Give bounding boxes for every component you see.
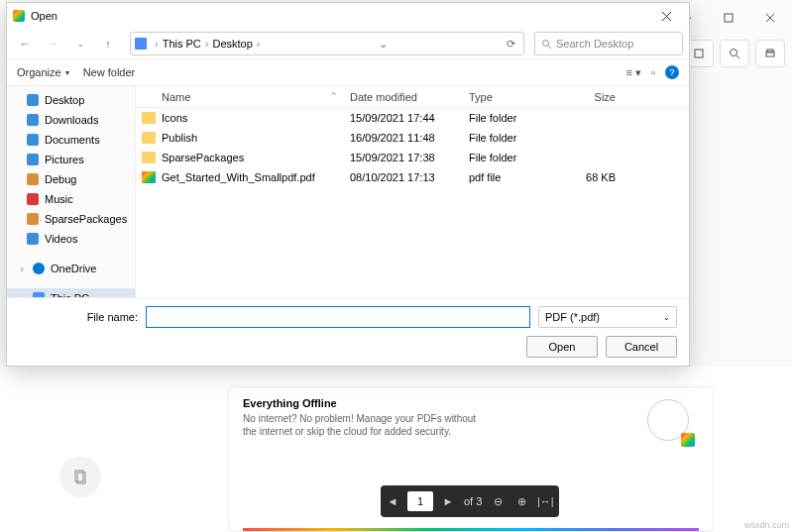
- prev-page-button[interactable]: ◄: [381, 489, 404, 513]
- file-row[interactable]: Publish16/09/2021 11:48File folder: [136, 128, 689, 148]
- crumb-folder[interactable]: Desktop: [212, 38, 252, 50]
- next-page-button[interactable]: ►: [436, 489, 460, 513]
- card-title: Everything Offline: [243, 397, 699, 409]
- file-type: File folder: [463, 112, 552, 124]
- cancel-button[interactable]: Cancel: [606, 336, 677, 358]
- dialog-toolbar: Organize▾ New folder ≡ ▾ ▫ ?: [7, 58, 689, 86]
- pdf-reader-bar: ◄ 1 ► of 3 ⊖ ⊕ |↔|: [381, 485, 559, 517]
- folder-icon: [27, 134, 39, 146]
- file-row[interactable]: Icons15/09/2021 17:44File folder: [136, 108, 689, 128]
- file-row[interactable]: SparsePackages15/09/2021 17:38File folde…: [136, 148, 689, 167]
- open-file-dialog: Open ← → ⌄ ↑ › This PC › Desktop › ⌄ ⟳ S…: [6, 2, 690, 367]
- folder-icon: [142, 112, 156, 124]
- sidebar-item-downloads[interactable]: Downloads: [7, 110, 135, 130]
- sidebar-item-label: Videos: [45, 233, 77, 245]
- sidebar-item-videos[interactable]: Videos: [7, 229, 135, 249]
- col-name[interactable]: Name⌃: [136, 90, 344, 103]
- svg-point-13: [543, 40, 549, 46]
- sidebar-item-music[interactable]: Music: [7, 189, 135, 209]
- fab-button[interactable]: [59, 456, 101, 497]
- pdf-icon: [142, 171, 156, 183]
- folder-icon: [142, 132, 156, 144]
- rainbow-divider: [243, 528, 699, 531]
- file-date: 16/09/2021 11:48: [344, 132, 463, 144]
- file-list: Name⌃ Date modified Type Size Icons15/09…: [136, 86, 689, 297]
- sidebar-item-thispc[interactable]: ›This PC: [7, 288, 135, 297]
- file-name: Publish: [162, 132, 197, 144]
- filename-input[interactable]: [146, 306, 530, 328]
- cloud-icon: [643, 395, 693, 445]
- view-button[interactable]: ≡ ▾: [626, 66, 641, 79]
- back-button[interactable]: ←: [13, 33, 37, 54]
- sidebar-item-documents[interactable]: Documents: [7, 130, 135, 150]
- filetype-select[interactable]: PDF (*.pdf)⌄: [538, 306, 677, 328]
- sidebar: DesktopDownloadsDocumentsPicturesDebugMu…: [7, 86, 136, 297]
- up-button[interactable]: ↑: [96, 33, 120, 54]
- bg-close-button[interactable]: [753, 4, 787, 32]
- sidebar-item-desktop[interactable]: Desktop: [7, 90, 135, 110]
- file-type: pdf file: [463, 171, 552, 183]
- svg-line-6: [736, 55, 739, 58]
- crumb-root[interactable]: This PC: [163, 38, 201, 50]
- search-icon: [541, 39, 552, 50]
- zoom-in-button[interactable]: ⊕: [510, 489, 533, 513]
- zoom-out-button[interactable]: ⊖: [486, 489, 510, 513]
- svg-line-14: [548, 46, 551, 49]
- watermark: wsxdn.com: [744, 520, 789, 530]
- search-input[interactable]: Search Desktop: [534, 32, 683, 55]
- svg-rect-4: [695, 50, 703, 57]
- folder-icon: [27, 114, 39, 126]
- folder-icon: [142, 152, 156, 163]
- refresh-icon[interactable]: ⟳: [503, 38, 519, 51]
- sidebar-item-pictures[interactable]: Pictures: [7, 150, 135, 169]
- sidebar-item-onedrive[interactable]: ›OneDrive: [7, 259, 135, 278]
- new-folder-button[interactable]: New folder: [83, 66, 136, 78]
- file-size: 68 KB: [552, 171, 622, 183]
- bg-toolbar: [684, 36, 793, 71]
- col-size[interactable]: Size: [552, 91, 622, 103]
- bg-print-button[interactable]: [755, 40, 785, 67]
- address-bar[interactable]: › This PC › Desktop › ⌄ ⟳: [130, 32, 524, 55]
- sidebar-item-sparsepackages[interactable]: SparsePackages: [7, 209, 135, 229]
- sidebar-item-label: Downloads: [45, 114, 98, 126]
- folder-icon: [27, 94, 39, 106]
- address-dropdown-icon[interactable]: ⌄: [375, 38, 392, 51]
- folder-icon: [27, 233, 39, 245]
- organize-button[interactable]: Organize▾: [17, 66, 69, 78]
- search-placeholder: Search Desktop: [556, 38, 633, 50]
- file-name: SparsePackages: [162, 152, 244, 163]
- help-button[interactable]: ?: [665, 65, 679, 79]
- dialog-title: Open: [31, 10, 57, 22]
- page-count: of 3: [460, 495, 486, 507]
- file-type: File folder: [463, 152, 552, 163]
- forward-button[interactable]: →: [41, 33, 64, 54]
- page-number[interactable]: 1: [407, 491, 433, 511]
- folder-icon: [27, 173, 39, 185]
- bg-search-button[interactable]: [720, 40, 749, 67]
- dialog-nav: ← → ⌄ ↑ › This PC › Desktop › ⌄ ⟳ Search…: [7, 29, 689, 58]
- sidebar-item-label: SparsePackages: [45, 213, 127, 225]
- sidebar-item-label: Documents: [45, 134, 100, 146]
- sidebar-item-label: Debug: [45, 173, 76, 185]
- onedrive-icon: [33, 263, 45, 274]
- folder-icon: [27, 213, 39, 225]
- preview-button[interactable]: ▫: [651, 66, 655, 78]
- svg-rect-1: [725, 14, 733, 22]
- col-type[interactable]: Type: [463, 91, 552, 103]
- filename-label: File name:: [19, 311, 138, 323]
- bg-maximize-button[interactable]: [712, 4, 745, 32]
- column-headers: Name⌃ Date modified Type Size: [136, 86, 689, 108]
- recent-button[interactable]: ⌄: [68, 33, 92, 54]
- col-date[interactable]: Date modified: [344, 91, 463, 103]
- dialog-titlebar: Open: [7, 3, 689, 29]
- sidebar-item-debug[interactable]: Debug: [7, 169, 135, 189]
- close-icon[interactable]: [649, 5, 683, 27]
- folder-icon: [27, 193, 39, 205]
- svg-point-5: [731, 50, 737, 56]
- open-button[interactable]: Open: [526, 336, 598, 358]
- file-row[interactable]: Get_Started_With_Smallpdf.pdf08/10/2021 …: [136, 167, 689, 187]
- app-icon: [13, 10, 25, 22]
- file-date: 15/09/2021 17:38: [344, 152, 463, 163]
- fit-button[interactable]: |↔|: [533, 489, 557, 513]
- pc-icon: [135, 38, 147, 50]
